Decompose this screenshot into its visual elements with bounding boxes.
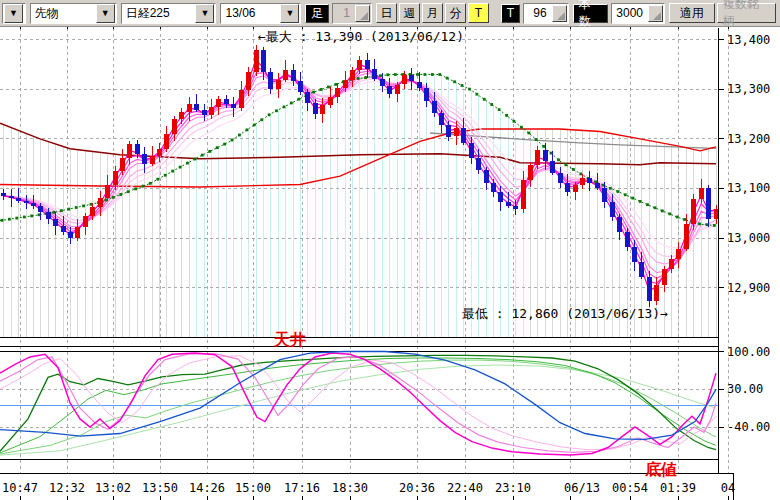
- spinner-icon[interactable]: [355, 5, 370, 22]
- apply-button[interactable]: 適用: [669, 3, 715, 23]
- bar-type-chip: 足: [305, 4, 329, 23]
- svg-text:13,000: 13,000: [727, 231, 770, 245]
- period-button-2[interactable]: 月: [422, 3, 443, 23]
- bar-count-chip: 本数: [573, 4, 609, 23]
- min-annotation: 最低 : 12,860 (2013/06/13)→: [462, 306, 668, 321]
- spinner-icon[interactable]: [552, 5, 567, 22]
- svg-text:13,400: 13,400: [727, 33, 770, 47]
- chevron-down-icon[interactable]: ▼: [4, 4, 23, 23]
- mini-dropdown[interactable]: ▼: [2, 3, 26, 24]
- max-annotation: ←最大 : 13,390 (2013/06/12): [258, 29, 464, 44]
- svg-text:12:32: 12:32: [49, 481, 85, 495]
- svg-text:23:10: 23:10: [495, 481, 531, 495]
- contract-month-select[interactable]: 13/06 ▼: [220, 3, 301, 24]
- svg-text:12,900: 12,900: [727, 281, 770, 295]
- svg-text:13,100: 13,100: [727, 181, 770, 195]
- svg-text:14:26: 14:26: [189, 481, 225, 495]
- svg-text:13,200: 13,200: [727, 132, 770, 146]
- bottom-label: 底値: [644, 460, 677, 478]
- svg-text:00:54: 00:54: [612, 481, 648, 495]
- svg-text:13:50: 13:50: [142, 481, 178, 495]
- svg-text:15:00: 15:00: [235, 481, 271, 495]
- svg-text:-40.00: -40.00: [727, 420, 770, 434]
- tick-count-stepper[interactable]: 96: [523, 3, 568, 24]
- chevron-down-icon[interactable]: ▼: [280, 4, 299, 23]
- contract-month-value: 13/06: [221, 6, 279, 20]
- svg-text:100.00: 100.00: [727, 345, 770, 359]
- svg-text:13:02: 13:02: [95, 481, 131, 495]
- market-select-value: 先物: [31, 5, 95, 22]
- svg-text:04: 04: [721, 481, 735, 495]
- interval-stepper[interactable]: 1: [332, 3, 372, 24]
- svg-text:20:36: 20:36: [399, 481, 435, 495]
- symbol-select-value: 日経225: [122, 5, 195, 22]
- chevron-down-icon[interactable]: ▼: [96, 4, 115, 23]
- svg-text:10:47: 10:47: [2, 481, 38, 495]
- period-button-group: 日週月分T: [376, 3, 491, 24]
- svg-text:06/13: 06/13: [564, 481, 600, 495]
- svg-text:01:39: 01:39: [660, 481, 696, 495]
- period-button-1[interactable]: 週: [399, 3, 420, 23]
- tick-count-value: 96: [524, 6, 550, 20]
- bar-count-value: 3000: [612, 6, 647, 20]
- svg-text:22:40: 22:40: [447, 481, 483, 495]
- svg-text:13,300: 13,300: [727, 82, 770, 96]
- interval-value: 1: [333, 6, 354, 20]
- multi-symbol-button[interactable]: 複数銘柄: [717, 3, 776, 23]
- toolbar: ▼ 先物 ▼ 日経225 ▼ 13/06 ▼ 足 1 日週月分T T 96 本数…: [0, 0, 780, 27]
- bar-count-stepper[interactable]: 3000: [611, 3, 665, 24]
- trading-chart-app: ▼ 先物 ▼ 日経225 ▼ 13/06 ▼ 足 1 日週月分T T 96 本数…: [0, 0, 780, 500]
- market-select[interactable]: 先物 ▼: [30, 3, 117, 24]
- svg-text:18:30: 18:30: [332, 481, 368, 495]
- svg-text:30.00: 30.00: [727, 382, 763, 396]
- period-button-0[interactable]: 日: [376, 3, 397, 23]
- svg-text:17:16: 17:16: [284, 481, 320, 495]
- chevron-down-icon[interactable]: ▼: [195, 4, 214, 23]
- period-button-3[interactable]: 分: [445, 3, 466, 23]
- ceiling-label: 天井: [273, 331, 306, 348]
- spinner-icon[interactable]: [648, 5, 663, 22]
- period-button-4[interactable]: T: [468, 3, 489, 23]
- symbol-select[interactable]: 日経225 ▼: [121, 3, 217, 24]
- tick-chip: T: [501, 4, 520, 23]
- chart-canvas[interactable]: 13,40013,30013,20013,10013,00012,900100.…: [0, 27, 780, 500]
